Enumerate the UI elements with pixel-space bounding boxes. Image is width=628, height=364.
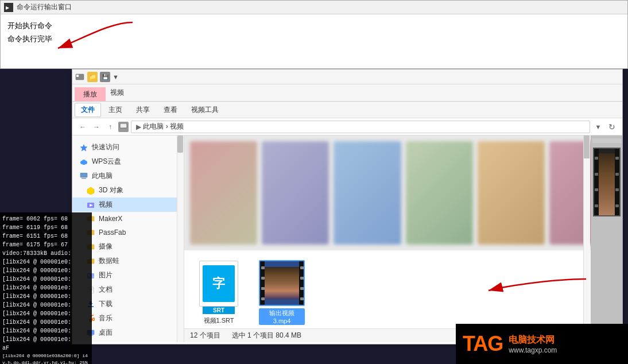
tab-video-tools[interactable]: 视频工具 [185, 103, 225, 117]
filmstrip-holes-right [299, 261, 304, 305]
sidebar-makerx-label: MakerX [99, 215, 122, 223]
preview-handle [592, 138, 621, 143]
cmd-window-icon: ▶ [4, 3, 13, 12]
computer-small-icon [79, 172, 88, 181]
tab-view[interactable]: 查看 [157, 103, 184, 117]
sidebar-item-quickaccess[interactable]: 快速访问 [72, 140, 184, 154]
sidebar-music-label: 音乐 [99, 313, 113, 323]
console-line-long1: [libx264 @ 000001e038a200:0] i4 v,h,do,d… [2, 353, 90, 364]
tag-site-name: 电脑技术网 [509, 334, 557, 346]
tab-video-label: 视频 [107, 88, 127, 98]
video-file-icon [259, 260, 305, 306]
video-file-label: 输出视频3.mp4 [259, 308, 305, 325]
sidebar-item-wps[interactable]: WPS云盘 [72, 154, 184, 169]
sidebar-datafrog-label: 数据蛙 [99, 256, 119, 266]
console-line-15: [libx264 @ 000001e0: [2, 335, 90, 344]
tab-playback[interactable]: 播放 [75, 87, 106, 101]
console-overlay: frame= 6062 fps= 68 frame= 6119 fps= 68 … [0, 212, 92, 364]
explorer-body: 快速访问 WPS云盘 此电脑 3D 对象 [72, 135, 622, 342]
cmd-titlebar: ▶ 命令运行输出窗口 [1, 1, 627, 14]
console-line-4: frame= 6175 fps= 67 [2, 241, 90, 249]
arrow-annotation [35, 17, 150, 63]
console-line-3: frame= 6151 fps= 68 [2, 232, 90, 241]
sidebar-quickaccess-label: 快速访问 [92, 142, 119, 152]
background-thumbnails [184, 135, 622, 250]
cube-icon [86, 186, 95, 195]
console-line-af: aF [2, 344, 90, 353]
explorer-window: 📁 💾 ▼ 播放 视频 文件 主页 共享 查看 视频工具 ← → ↑ ▶ 此电脑… [72, 69, 623, 344]
sidebar-item-video[interactable]: 视频 [72, 198, 184, 212]
cmd-title-text: 命令运行输出窗口 [17, 2, 72, 12]
svg-rect-6 [119, 129, 127, 130]
tag-site-info: 电脑技术网 www.tagxp.com [509, 334, 557, 354]
preview-filmstrip [593, 148, 621, 216]
svg-marker-14 [87, 187, 94, 195]
up-button[interactable]: ↑ [104, 121, 116, 133]
sidebar-desktop-label: 桌面 [99, 328, 113, 338]
sidebar-documents-label: 文档 [99, 285, 113, 295]
video-preview-thumb [265, 267, 299, 299]
svg-rect-12 [80, 173, 87, 177]
sidebar-passfab-label: PassFab [99, 229, 126, 237]
srt-file-label: 视频1.SRT [204, 316, 234, 325]
sidebar-camera-label: 摄像 [99, 242, 113, 251]
address-path[interactable]: ▶ 此电脑 › 视频 [131, 121, 590, 133]
tab-file[interactable]: 文件 [75, 103, 101, 117]
file-item-srt[interactable]: 字 SRT 视频1.SRT [196, 261, 242, 325]
sidebar-item-computer[interactable]: 此电脑 [72, 169, 184, 183]
srt-badge: SRT [203, 307, 235, 314]
file-area: 字 SRT 视频1.SRT [196, 260, 305, 325]
forward-button[interactable]: → [91, 121, 102, 133]
svg-rect-4 [76, 75, 79, 77]
console-line-12: [libx264 @ 000001e0: [2, 309, 90, 318]
tag-url: www.tagxp.com [509, 346, 557, 354]
srt-file-icon: 字 [199, 261, 238, 307]
tag-brand: 电脑 [509, 335, 527, 344]
console-line-8: [libx264 @ 000001e0: [2, 275, 90, 284]
console-line-6: [libx264 @ 000001e0: [2, 258, 90, 266]
main-content: 字 SRT 视频1.SRT [184, 135, 622, 342]
thumb-5 [478, 141, 545, 245]
svg-point-11 [82, 160, 86, 163]
console-line-13: [libx264 @ 000001e0: [2, 318, 90, 327]
sidebar-computer-label: 此电脑 [92, 171, 113, 181]
file-item-video[interactable]: 输出视频3.mp4 [259, 260, 305, 325]
console-line-1: frame= 6062 fps= 68 [2, 215, 90, 223]
sidebar-pictures-label: 图片 [99, 270, 113, 280]
new-folder-icon[interactable]: 📁 [87, 72, 98, 82]
sidebar-scrollbar[interactable] [177, 135, 184, 342]
main-scroll-thumb[interactable] [584, 135, 590, 158]
thumb-3 [334, 141, 401, 245]
refresh-button[interactable]: ↻ [606, 121, 618, 133]
explorer-tab-row: 播放 视频 [72, 84, 622, 102]
sidebar-downloads-label: 下载 [99, 299, 113, 309]
console-line-14: [libx264 @ 000001e0: [2, 327, 90, 335]
filmstrip-holes-left [260, 261, 265, 305]
cmd-window: ▶ 命令运行输出窗口 开始执行命令 命令执行完毕 [0, 0, 628, 69]
tab-home[interactable]: 主页 [102, 103, 129, 117]
right-preview-panel [591, 135, 622, 342]
thumb-2 [262, 141, 329, 245]
srt-inner-icon: 字 [203, 265, 235, 302]
sidebar-video-label: 视频 [99, 200, 113, 210]
dropdown-button[interactable]: ▼ [592, 121, 604, 133]
quick-access-icon [75, 72, 85, 82]
back-button[interactable]: ← [77, 121, 88, 133]
console-line-9: [libx264 @ 000001e0: [2, 284, 90, 292]
thumb-4 [406, 141, 473, 245]
tag-watermark: TAG 电脑技术网 www.tagxp.com [456, 324, 628, 364]
console-line-2: frame= 6119 fps= 68 [2, 223, 90, 232]
svg-rect-13 [82, 178, 86, 179]
address-bar: ← → ↑ ▶ 此电脑 › 视频 ▼ ↻ [72, 118, 622, 135]
computer-icon [118, 122, 129, 132]
svg-marker-7 [80, 144, 88, 152]
console-line-5: video:78333kB audio: [2, 249, 90, 258]
thumb-1 [190, 141, 257, 245]
item-count: 12 个项目 [190, 331, 220, 340]
tag-logo: TAG [463, 332, 503, 356]
tab-share[interactable]: 共享 [130, 103, 156, 117]
save-icon[interactable]: 💾 [100, 72, 110, 82]
sidebar-item-3d[interactable]: 3D 对象 [72, 183, 184, 198]
video-folder-icon [86, 200, 95, 210]
breadcrumb-text: 此电脑 › 视频 [143, 122, 184, 131]
